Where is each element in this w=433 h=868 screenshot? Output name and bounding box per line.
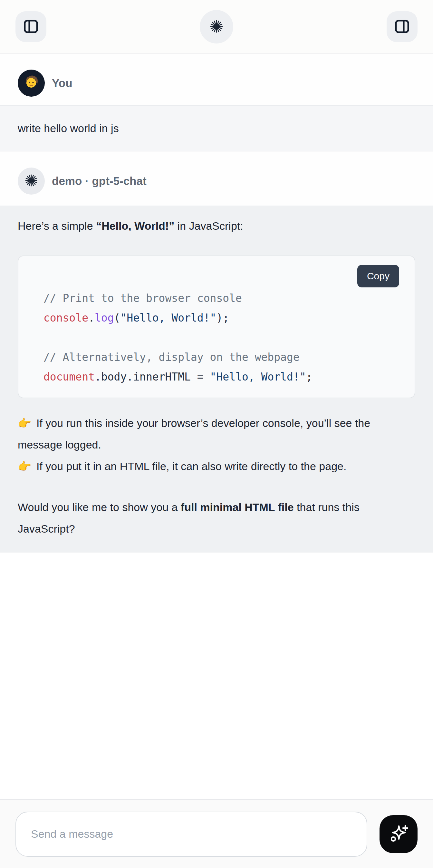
- copy-code-button[interactable]: Copy: [357, 265, 399, 287]
- composer-bar: [0, 799, 433, 868]
- code-line: document.body.innerHTML = "Hello, World!…: [43, 367, 402, 386]
- tip-text: If you run this inside your browser’s de…: [18, 417, 370, 451]
- tips-paragraph: 👉 If you run this inside your browser’s …: [18, 412, 415, 477]
- starburst-icon: [24, 173, 38, 189]
- user-avatar: [18, 70, 45, 97]
- code-line: // Print to the browser console: [43, 288, 402, 308]
- user-message-bubble: write hello world in js: [0, 105, 433, 151]
- intro-prefix: Here’s a simple: [18, 220, 96, 232]
- top-bar: [0, 0, 433, 54]
- intro-bold: “Hello, World!”: [96, 220, 174, 232]
- sparkle-icon: [388, 823, 409, 845]
- app-logo-button[interactable]: [200, 10, 233, 43]
- person-emoji-icon: [22, 73, 40, 93]
- message-input[interactable]: [16, 812, 367, 857]
- code-line: [43, 328, 402, 347]
- user-sender-name: You: [52, 77, 72, 90]
- question-prefix: Would you like me to show you a: [18, 501, 181, 513]
- intro-paragraph: Here’s a simple “Hello, World!” in JavaS…: [18, 215, 415, 237]
- pointing-hand-emoji: 👉: [18, 460, 34, 472]
- assistant-avatar: [18, 167, 45, 195]
- code-content: // Print to the browser consoleconsole.l…: [18, 256, 415, 398]
- intro-suffix: in JavaScript:: [174, 220, 243, 232]
- right-panel-toggle-button[interactable]: [386, 11, 417, 42]
- send-button[interactable]: [379, 815, 417, 853]
- assistant-sender-name: demo · gpt-5-chat: [52, 175, 147, 188]
- code-line: // Alternatively, display on the webpage: [43, 347, 402, 367]
- panel-right-icon: [393, 18, 411, 36]
- question-paragraph: Would you like me to show you a full min…: [18, 497, 415, 540]
- question-bold: full minimal HTML file: [181, 501, 294, 513]
- pointing-hand-emoji: 👉: [18, 417, 34, 429]
- assistant-message-bubble: Here’s a simple “Hello, World!” in JavaS…: [0, 206, 433, 553]
- user-message-header: You: [0, 54, 433, 105]
- tip-text: If you put it in an HTML file, it can al…: [36, 460, 347, 472]
- sidebar-toggle-button[interactable]: [16, 11, 47, 42]
- starburst-icon: [209, 19, 224, 35]
- user-message-text: write hello world in js: [18, 122, 119, 135]
- code-line: console.log("Hello, World!");: [43, 308, 402, 328]
- panel-left-icon: [22, 18, 40, 36]
- assistant-message-header: demo · gpt-5-chat: [0, 151, 433, 206]
- code-block: Copy // Print to the browser consolecons…: [18, 255, 415, 398]
